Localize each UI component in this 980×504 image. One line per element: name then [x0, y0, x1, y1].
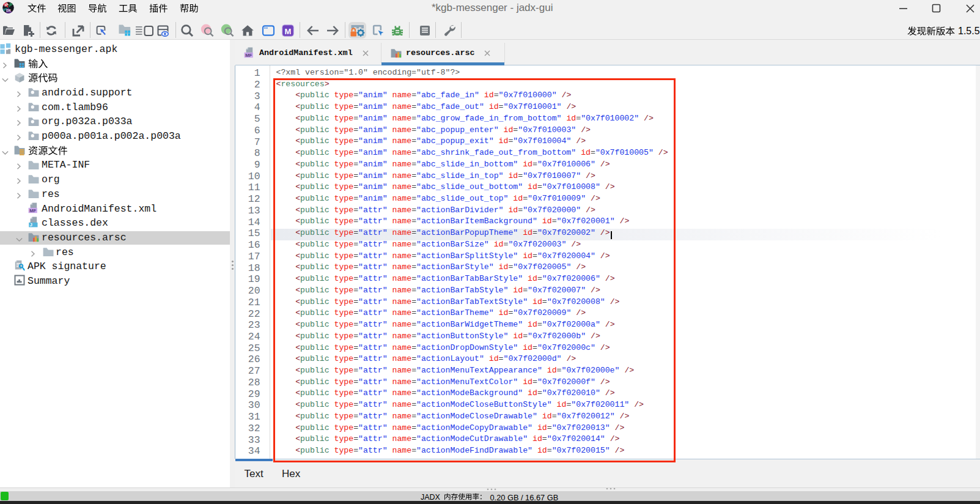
svg-text:MF: MF	[245, 53, 252, 58]
svg-text:J: J	[29, 223, 32, 228]
svg-text:MF: MF	[29, 207, 36, 213]
svg-text:M: M	[284, 27, 291, 36]
